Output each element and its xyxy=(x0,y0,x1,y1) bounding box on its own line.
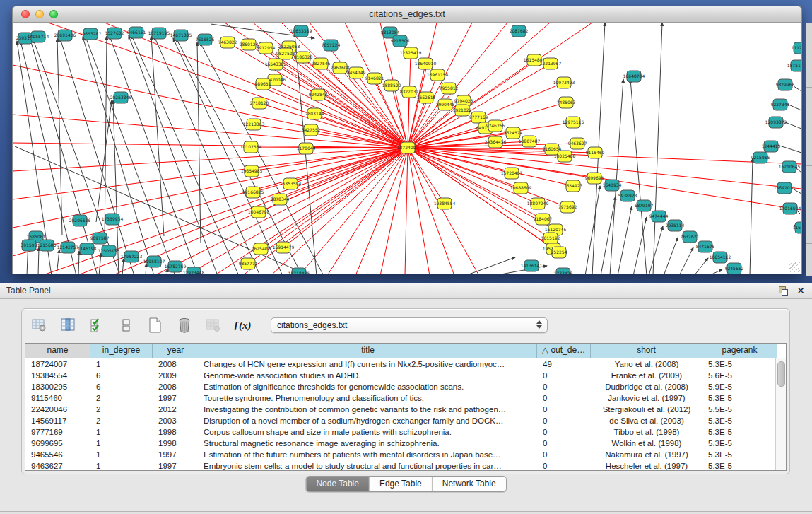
graph-node[interactable]: 9857771 xyxy=(239,258,258,269)
graph-node[interactable]: 15751874 xyxy=(787,60,801,71)
graph-node[interactable]: 9097587 xyxy=(90,233,110,244)
minimize-window-button[interactable] xyxy=(35,10,44,18)
graph-node[interactable]: 12142757 xyxy=(57,242,79,253)
graph-node[interactable]: 18640910 xyxy=(415,58,437,69)
column-header-short[interactable]: short xyxy=(591,344,702,358)
graph-node[interactable]: 8454749 xyxy=(347,67,366,78)
function-builder-icon[interactable]: ƒ(x) xyxy=(233,316,252,334)
close-window-button[interactable] xyxy=(21,10,30,18)
table-row[interactable]: 1456911722003Disruption of a novel membe… xyxy=(25,415,786,426)
graph-node[interactable]: 989651 xyxy=(255,78,271,90)
graph-node[interactable]: 9746266 xyxy=(486,120,505,132)
graph-node[interactable]: 8322037 xyxy=(400,86,419,98)
graph-node[interactable]: 1588520 xyxy=(382,80,401,91)
graph-node[interactable]: 252254 xyxy=(551,247,567,258)
table-row[interactable]: 946362711997Embryonic stem cells: a mode… xyxy=(25,460,786,471)
graph-node[interactable]: 20206536 xyxy=(69,215,91,226)
float-panel-icon[interactable] xyxy=(779,286,788,296)
graph-node[interactable]: 1145198 xyxy=(78,243,97,255)
graph-node[interactable]: 15720407 xyxy=(501,168,523,179)
graph-node[interactable]: 12325419 xyxy=(400,47,422,59)
graph-node[interactable]: 9215955 xyxy=(751,152,770,163)
graph-node[interactable]: 1615192 xyxy=(541,233,560,244)
table-row[interactable]: 946554611997Estimation of the future num… xyxy=(25,449,786,460)
graph-node[interactable]: 9242843 xyxy=(309,89,328,100)
graph-node[interactable]: 15718485 xyxy=(288,268,310,274)
graph-node[interactable]: 9827508 xyxy=(276,48,295,59)
graph-node[interactable]: 12093872 xyxy=(765,117,787,128)
graph-node[interactable]: 2087682 xyxy=(510,25,529,37)
graph-node[interactable]: 9699695 xyxy=(585,173,604,184)
window-titlebar[interactable]: citations_edges.txt xyxy=(12,6,802,23)
graph-node[interactable]: 8471676 xyxy=(696,241,715,252)
graph-node[interactable]: 391593 xyxy=(21,240,37,251)
delete-table-icon[interactable] xyxy=(175,316,194,334)
graph-node[interactable]: 1990448 xyxy=(436,99,455,110)
graph-node[interactable]: 10973493 xyxy=(553,77,575,88)
table-row[interactable]: 2242004622012Investigating the contribut… xyxy=(25,404,786,415)
network-canvas-area[interactable]: 2393136140557142069140610653287152760294… xyxy=(12,23,802,274)
tab-network-table[interactable]: Network Table xyxy=(433,477,506,491)
graph-node[interactable]: 10807487 xyxy=(519,136,541,147)
graph-node[interactable]: 8427552 xyxy=(302,124,321,136)
graph-node[interactable]: 9474444 xyxy=(649,211,669,222)
graph-node[interactable]: 9777169 xyxy=(469,112,488,123)
scrollbar-thumb[interactable] xyxy=(777,361,785,387)
graph-node[interactable]: 5938928 xyxy=(618,190,637,201)
table-selector-dropdown[interactable]: citations_edges.txt xyxy=(271,317,548,333)
graph-node[interactable]: 15353594 xyxy=(280,178,302,189)
graph-node[interactable]: 15692071 xyxy=(774,182,796,194)
graph-node[interactable]: 2803144 xyxy=(305,108,324,119)
graph-node[interactable]: 2718120 xyxy=(250,98,269,109)
graph-node[interactable]: 1640934 xyxy=(603,180,622,191)
table-row[interactable]: 1938455462009Genome-wide association stu… xyxy=(25,370,786,381)
close-panel-icon[interactable]: ✕ xyxy=(796,283,805,299)
graph-node[interactable]: 9184067 xyxy=(534,214,553,225)
column-header-title[interactable]: title xyxy=(199,344,537,358)
graph-node[interactable]: 10107554 xyxy=(240,141,262,153)
graph-node[interactable]: 9827546 xyxy=(312,58,331,69)
graph-node[interactable]: 7625402 xyxy=(252,243,271,255)
new-table-icon[interactable] xyxy=(146,316,165,334)
column-header-name[interactable]: name xyxy=(25,344,90,358)
tab-edge-table[interactable]: Edge Table xyxy=(370,477,433,491)
graph-node[interactable]: 3624574 xyxy=(504,127,523,139)
graph-node[interactable]: 1244415 xyxy=(762,141,781,152)
table-row[interactable]: 977716911998Corpus callosum shape and si… xyxy=(25,426,786,438)
column-header-year[interactable]: year xyxy=(153,344,199,358)
graph-node[interactable]: 9860124 xyxy=(240,39,259,50)
graph-node[interactable]: 1654923 xyxy=(564,180,583,192)
column-header-out_degree[interactable]: △ out_de… xyxy=(537,344,591,358)
graph-node[interactable]: 17016504 xyxy=(779,203,801,214)
graph-node[interactable]: 12923448 xyxy=(183,267,205,274)
graph-node[interactable]: 7615526 xyxy=(196,34,215,45)
tab-node-table[interactable]: Node Table xyxy=(306,477,370,491)
table-settings-icon[interactable] xyxy=(30,316,49,334)
zoom-window-button[interactable] xyxy=(49,10,58,18)
graph-node[interactable]: 1733426 xyxy=(554,268,573,274)
graph-node[interactable]: 2935114 xyxy=(666,220,685,231)
table-row[interactable]: 1830029562008Estimation of significance … xyxy=(25,381,786,392)
graph-node[interactable]: 1527602 xyxy=(105,28,124,39)
row-height-icon[interactable] xyxy=(117,316,136,334)
graph-node[interactable]: 10654112 xyxy=(710,252,731,263)
graph-node[interactable]: 7485063 xyxy=(557,97,576,108)
column-header-in_degree[interactable]: in_degree xyxy=(90,344,153,358)
graph-node[interactable]: 7975692 xyxy=(558,201,577,213)
graph-node[interactable]: 9329966 xyxy=(776,79,795,90)
graph-node[interactable]: 1167533 xyxy=(793,222,801,233)
graph-node[interactable]: 7955812 xyxy=(440,83,459,94)
graph-node[interactable]: 7857224 xyxy=(322,40,341,51)
graph-node[interactable]: 8878344 xyxy=(271,194,290,205)
graph-node[interactable]: 8912954 xyxy=(257,42,276,54)
graph-node[interactable]: 6879197 xyxy=(635,200,654,211)
graph-node[interactable]: 12975115 xyxy=(563,117,584,128)
column-header-pagerank[interactable]: pagerank xyxy=(702,344,777,358)
graph-node[interactable]: 1170044 xyxy=(297,143,316,154)
graph-node[interactable]: 17957223 xyxy=(121,251,143,262)
graph-node[interactable]: 9463627 xyxy=(568,138,587,149)
graph-node[interactable]: 9245652 xyxy=(725,263,744,274)
graph-node[interactable]: 16648784 xyxy=(623,71,645,82)
column-visibility-icon[interactable] xyxy=(59,316,78,334)
graph-node[interactable]: 9218506 xyxy=(391,35,410,47)
